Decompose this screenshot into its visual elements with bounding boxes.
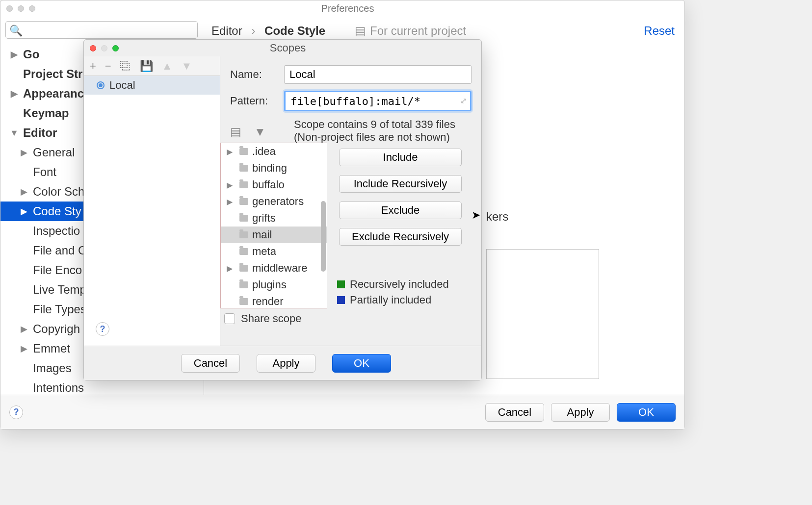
legend-label: Partially included (350, 294, 431, 306)
scrollbar[interactable] (321, 201, 326, 272)
sidebar-item-label: Images (33, 361, 72, 375)
add-icon[interactable]: + (90, 60, 96, 73)
scopes-titlebar: Scopes (84, 40, 481, 56)
scopes-dialog: Scopes + − ⿻ 💾 ▲ ▼ Local Name: (83, 39, 482, 380)
scope-info-text: Scope contains 9 of total 339 files (Non… (294, 118, 471, 144)
for-current-project-label: For current project (370, 24, 466, 38)
file-view-icon[interactable]: ▤ (230, 125, 241, 139)
sidebar-item-label: Color Sch (33, 185, 84, 199)
file-tree-item[interactable]: plugins (221, 277, 327, 293)
scopes-footer: Cancel Apply OK (84, 346, 481, 380)
folder-icon (239, 215, 248, 222)
chevron-icon: ▶ (227, 197, 236, 206)
for-current-project: ▤ For current project (355, 24, 466, 38)
ok-button[interactable]: OK (332, 354, 391, 373)
apply-button[interactable]: Apply (551, 403, 610, 422)
name-label: Name: (230, 68, 274, 81)
help-button[interactable]: ? (9, 405, 23, 419)
exclude-button[interactable]: Exclude (339, 202, 462, 219)
file-tree-item[interactable]: mail (221, 227, 327, 243)
exclude-recursively-button[interactable]: Exclude Recursively (339, 228, 462, 246)
share-scope-row: Share scope (224, 312, 302, 325)
copy-icon[interactable]: ⿻ (120, 60, 131, 73)
file-tree-item[interactable]: ▶buffalo (221, 177, 327, 193)
sidebar-item-label: File Enco (33, 263, 82, 277)
file-tree-item[interactable]: meta (221, 243, 327, 260)
chevron-icon: ▶ (15, 206, 33, 217)
include-button[interactable]: Include (339, 149, 462, 166)
scopes-title: Scopes (94, 42, 481, 54)
sidebar-item-label: General (33, 146, 75, 159)
folder-icon (239, 298, 248, 305)
cancel-button[interactable]: Cancel (181, 354, 240, 373)
folder-icon (239, 248, 248, 255)
file-tree-item-label: meta (252, 245, 276, 258)
legend-partially-included: Partially included (337, 294, 449, 306)
chevron-icon: ▶ (5, 49, 23, 60)
chevron-icon: ▶ (227, 147, 236, 156)
chevron-icon: ▶ (15, 147, 33, 158)
search-icon: 🔍 (9, 25, 23, 37)
file-tree-item-label: grifts (252, 212, 276, 225)
help-button[interactable]: ? (96, 322, 109, 336)
save-icon[interactable]: 💾 (140, 60, 153, 73)
apply-button[interactable]: Apply (257, 354, 315, 373)
sidebar-item-label: Go (23, 48, 39, 61)
breadcrumb: Editor › Code Style (211, 24, 325, 38)
file-tree-item[interactable]: ▶generators (221, 193, 327, 210)
ok-button[interactable]: OK (617, 403, 676, 422)
sidebar-item[interactable]: Intentions (0, 378, 204, 395)
file-tree-item[interactable]: render (221, 293, 327, 308)
folder-icon (239, 231, 248, 238)
file-tree-item[interactable]: ▶.idea (221, 143, 327, 160)
cancel-button[interactable]: Cancel (485, 403, 544, 422)
blue-square-icon (337, 296, 345, 304)
chevron-icon: ▶ (15, 343, 33, 354)
minimize-icon[interactable] (101, 45, 107, 51)
folder-icon (239, 181, 248, 188)
chevron-icon: ▶ (15, 324, 33, 334)
pattern-label: Pattern: (230, 95, 274, 107)
file-tree-item-label: render (252, 295, 284, 308)
file-tree-item-label: .idea (252, 145, 276, 158)
file-tree-item-label: plugins (252, 278, 287, 291)
scope-radio-icon (97, 81, 105, 89)
file-tree-item[interactable]: ▶middleware (221, 260, 327, 277)
folder-icon (239, 148, 248, 155)
scope-list-item[interactable]: Local (84, 76, 220, 95)
sidebar-item-label: Copyrigh (33, 322, 80, 336)
tree-view-toolbar: ▤ ▼ (230, 125, 266, 139)
breadcrumb-last: Code Style (264, 24, 325, 37)
chevron-icon: ▶ (227, 180, 236, 190)
preferences-title: Preferences (11, 3, 684, 14)
share-scope-checkbox[interactable] (224, 313, 235, 324)
sidebar-item-label: Font (33, 165, 56, 179)
legend: Recursively included Partially included (337, 278, 449, 309)
reset-link[interactable]: Reset (644, 24, 675, 38)
move-down-icon[interactable]: ▼ (182, 60, 192, 73)
sidebar-item-label: Inspectio (33, 224, 80, 238)
background-text-peek: kers (486, 210, 508, 224)
file-tree-item[interactable]: binding (221, 160, 327, 177)
expand-icon[interactable]: ⤢ (460, 96, 467, 105)
remove-icon[interactable]: − (105, 60, 111, 73)
move-up-icon[interactable]: ▲ (162, 60, 173, 73)
project-icon: ▤ (355, 24, 366, 38)
sidebar-item-label: File and C (33, 244, 86, 257)
pattern-row: Pattern: ⤢ (230, 91, 471, 111)
search-input[interactable] (5, 21, 198, 39)
share-scope-label: Share scope (241, 312, 302, 325)
file-tree-item-label: binding (252, 162, 287, 175)
file-tree[interactable]: ▶.ideabinding▶buffalo▶generatorsgriftsma… (220, 143, 327, 308)
background-panel (486, 249, 599, 379)
chevron-icon: ▶ (227, 264, 236, 273)
sidebar-item-label: Appearance (23, 87, 90, 101)
name-input[interactable] (284, 65, 471, 84)
filter-icon[interactable]: ▼ (254, 125, 266, 139)
file-tree-item[interactable]: grifts (221, 210, 327, 227)
breadcrumb-first[interactable]: Editor (211, 24, 242, 37)
include-recursively-button[interactable]: Include Recursively (339, 175, 462, 193)
file-tree-item-label: generators (252, 195, 304, 208)
folder-icon (239, 198, 248, 205)
pattern-input[interactable] (284, 91, 471, 111)
